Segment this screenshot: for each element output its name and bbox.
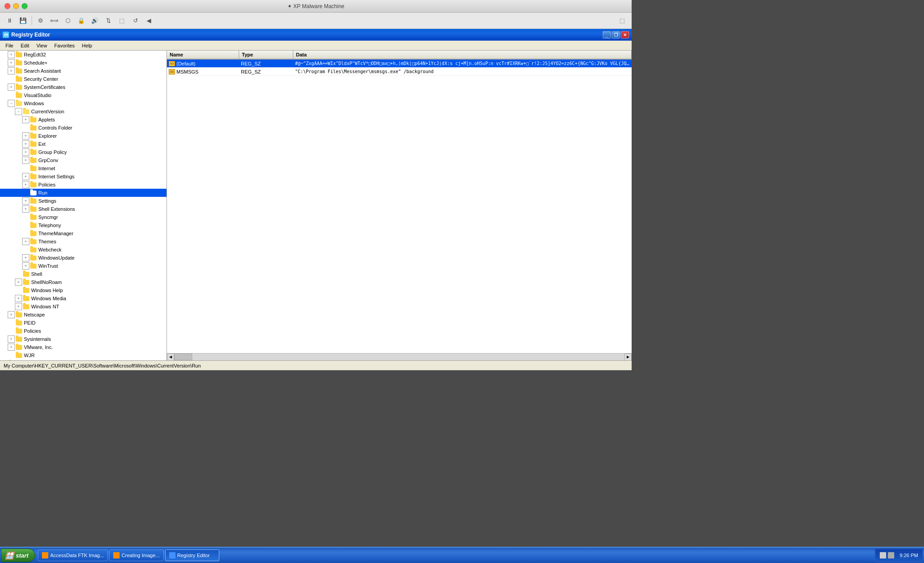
- mac-close-button[interactable]: [5, 3, 10, 9]
- vm-connect-btn[interactable]: ⟺: [48, 15, 60, 26]
- tree-item-themes[interactable]: Themes: [0, 237, 166, 246]
- expander-search-assistant[interactable]: [8, 67, 15, 74]
- expander-explorer[interactable]: [22, 132, 29, 140]
- tree-item-thememanager[interactable]: ThemeManager: [0, 229, 166, 237]
- expander-internet-settings[interactable]: [22, 173, 29, 180]
- vm-settings-btn[interactable]: ⚙: [35, 15, 46, 26]
- vm-fullscreen-btn[interactable]: ⬚: [616, 15, 628, 26]
- expander-schedule[interactable]: [8, 59, 15, 66]
- tree-item-systemcertificates[interactable]: SystemCertificates: [0, 83, 166, 91]
- expander-applets[interactable]: [22, 116, 29, 123]
- vm-back-btn[interactable]: ◀: [143, 15, 155, 26]
- vm-refresh-btn[interactable]: ↺: [129, 15, 141, 26]
- expander-ext[interactable]: [22, 140, 29, 148]
- tree-item-ext[interactable]: Ext: [0, 140, 166, 148]
- expander-sysinternals[interactable]: [8, 335, 15, 343]
- h-scrollbar[interactable]: ◀ ▶: [167, 353, 632, 360]
- reg-row-msmsgs[interactable]: ab MSMSGS REG_SZ "C:\Program Files\Messe…: [167, 68, 632, 76]
- xp-restore-btn[interactable]: ❐: [612, 31, 620, 38]
- expander-windows-nt[interactable]: [15, 303, 22, 310]
- tree-item-visualstudio[interactable]: VisualStudio: [0, 91, 166, 99]
- expander-windowsupdate[interactable]: [22, 254, 29, 261]
- tree-item-internet[interactable]: Internet: [0, 164, 166, 172]
- col-header-data[interactable]: Data: [293, 51, 632, 59]
- tree-item-webcheck[interactable]: Webcheck: [0, 246, 166, 254]
- expander-systemcertificates[interactable]: [8, 84, 15, 91]
- vm-usb-btn[interactable]: ⇅: [102, 15, 114, 26]
- expander-shell-extensions[interactable]: [22, 205, 29, 213]
- tree-item-shell[interactable]: Shell: [0, 270, 166, 278]
- menu-view[interactable]: View: [33, 42, 51, 49]
- tree-item-syncmgr[interactable]: Syncmgr: [0, 213, 166, 221]
- vm-save-btn[interactable]: 💾: [17, 15, 29, 26]
- expander-windows-media[interactable]: [15, 295, 22, 302]
- tree-item-windowsupdate[interactable]: WindowsUpdate: [0, 254, 166, 262]
- vm-pause-btn[interactable]: ⏸: [4, 15, 15, 26]
- h-scroll-thumb[interactable]: [174, 354, 192, 360]
- vm-snapshot-btn[interactable]: ⬚: [116, 15, 128, 26]
- tree-item-netscape[interactable]: Netscape: [0, 311, 166, 319]
- tree-item-shell-extensions[interactable]: Shell Extensions: [0, 205, 166, 213]
- col-header-name[interactable]: Name: [167, 51, 239, 59]
- xp-titlebar-controls[interactable]: _ ❐ ✕: [603, 31, 629, 38]
- expander-regedt32[interactable]: [8, 51, 15, 58]
- expander-currentversion[interactable]: [15, 108, 22, 115]
- tree-item-wjr[interactable]: WJR: [0, 351, 166, 359]
- expander-vmware[interactable]: [8, 344, 15, 351]
- expander-shellnoroam[interactable]: [15, 279, 22, 286]
- expander-settings[interactable]: [22, 197, 29, 205]
- expander-policies-cv[interactable]: [22, 181, 29, 188]
- tree-item-shellnoroam[interactable]: ShellNoRoam: [0, 278, 166, 286]
- vm-lock-btn[interactable]: 🔒: [75, 15, 87, 26]
- tree-item-peid[interactable]: PEID: [0, 319, 166, 327]
- reg-name-msmsgs: ab MSMSGS: [167, 69, 239, 74]
- tree-item-wintrust[interactable]: WinTrust: [0, 262, 166, 270]
- h-scroll-track[interactable]: [174, 354, 624, 360]
- tree-item-windows-media[interactable]: Windows Media: [0, 294, 166, 302]
- h-scroll-left[interactable]: ◀: [167, 354, 174, 361]
- expander-windows[interactable]: [8, 100, 15, 107]
- h-scroll-right[interactable]: ▶: [624, 354, 632, 361]
- menu-edit[interactable]: Edit: [17, 42, 33, 49]
- expander-wintrust[interactable]: [22, 262, 29, 270]
- tree-item-policies-cv[interactable]: Policies: [0, 181, 166, 189]
- expander-group-policy[interactable]: [22, 149, 29, 156]
- tree-item-currentversion[interactable]: CurrentVersion: [0, 107, 166, 116]
- xp-minimize-btn[interactable]: _: [603, 31, 611, 38]
- tree-item-settings[interactable]: Settings: [0, 197, 166, 205]
- tree-item-group-policy[interactable]: Group Policy: [0, 148, 166, 156]
- xp-close-btn[interactable]: ✕: [621, 31, 629, 38]
- tree-item-telephony[interactable]: Telephony: [0, 221, 166, 229]
- tree-item-internet-settings[interactable]: Internet Settings: [0, 172, 166, 181]
- tree-scroll-area[interactable]: RegEdt32 Schedule+ Search Assistant: [0, 51, 166, 360]
- tree-item-windows-nt[interactable]: Windows NT: [0, 302, 166, 311]
- menu-help[interactable]: Help: [79, 42, 96, 49]
- reg-row-default[interactable]: ab (Default) REG_SZ #@~^ZxgAAA==WIx^Dldx…: [167, 60, 632, 68]
- col-header-type[interactable]: Type: [239, 51, 293, 59]
- tree-item-vmware[interactable]: VMware, Inc.: [0, 343, 166, 351]
- mac-window-controls[interactable]: [5, 3, 28, 9]
- menu-file[interactable]: File: [2, 42, 17, 49]
- tree-item-schedule[interactable]: Schedule+: [0, 59, 166, 67]
- expander-themes[interactable]: [22, 238, 29, 245]
- tree-item-policies2[interactable]: Policies: [0, 327, 166, 335]
- vm-power-btn[interactable]: ⬡: [62, 15, 74, 26]
- tree-item-explorer[interactable]: Explorer: [0, 132, 166, 140]
- tree-item-security-center[interactable]: Security Center: [0, 75, 166, 83]
- expander-netscape[interactable]: [8, 311, 15, 318]
- tree-item-grpconv[interactable]: GrpConv: [0, 156, 166, 164]
- tree-item-regedt32[interactable]: RegEdt32: [0, 51, 166, 59]
- tree-item-windows[interactable]: Windows: [0, 99, 166, 107]
- mac-minimize-button[interactable]: [13, 3, 19, 9]
- tree-item-sysinternals[interactable]: Sysinternals: [0, 335, 166, 343]
- tree-item-windows-help[interactable]: Windows Help: [0, 286, 166, 294]
- menu-favorites[interactable]: Favorites: [51, 42, 78, 49]
- vm-sound-btn[interactable]: 🔊: [89, 15, 101, 26]
- tree-item-run[interactable]: Run: [0, 189, 166, 197]
- tree-item-controls-folder[interactable]: Controls Folder: [0, 124, 166, 132]
- tree-item-applets[interactable]: Applets: [0, 116, 166, 124]
- mac-window-title: ✦ XP Malware Machine: [287, 3, 345, 9]
- mac-maximize-button[interactable]: [22, 3, 28, 9]
- tree-item-search-assistant[interactable]: Search Assistant: [0, 67, 166, 75]
- expander-grpconv[interactable]: [22, 157, 29, 164]
